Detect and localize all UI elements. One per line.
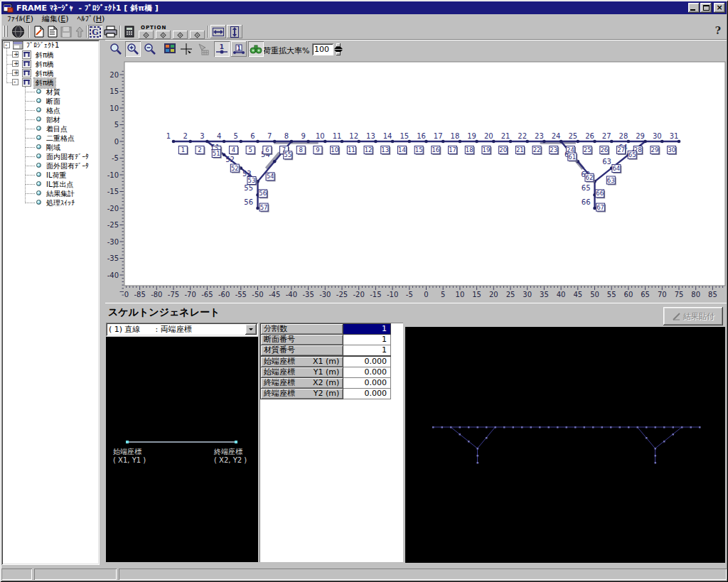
tree-item-label[interactable]: 格点 xyxy=(45,106,62,116)
svg-text:63: 63 xyxy=(607,177,615,184)
svg-text:20: 20 xyxy=(109,71,119,79)
zoom-out-button[interactable] xyxy=(142,41,158,57)
title-bar: FRAME ﾏﾈｰｼﾞｬ - ﾌﾟﾛｼﾞｪｸﾄ1 [ 斜π橋 ] × xyxy=(1,1,727,14)
menu-item-E[interactable]: 編集(E) xyxy=(38,14,73,24)
skeleton-table-panel: 分割数1断面番号1材質番号1始端座標X1 (m)0.000始端座標Y1 (m)0… xyxy=(259,323,403,562)
svg-text:15: 15 xyxy=(472,291,481,298)
option-button-2[interactable] xyxy=(156,31,171,39)
main-toolbar: G OPTION ? xyxy=(1,23,727,40)
help-icon[interactable]: ? xyxy=(715,25,721,36)
zoom-in-button[interactable] xyxy=(125,41,141,57)
option-button-1[interactable] xyxy=(139,31,154,39)
splitter[interactable] xyxy=(100,40,105,566)
tree-item-label[interactable]: 面内固有ﾃﾞｰﾀ xyxy=(45,152,90,162)
print-button[interactable] xyxy=(103,25,117,38)
end-coord-label: 終端座標( X2, Y2 ) xyxy=(214,448,247,465)
load-scale-label: 荷重拡大率% xyxy=(263,45,309,56)
fit-height-button[interactable] xyxy=(227,25,242,38)
world-button[interactable] xyxy=(11,25,25,38)
dropdown-arrow-icon[interactable] xyxy=(245,324,257,335)
root-expander[interactable] xyxy=(4,42,10,48)
option-button-3[interactable] xyxy=(173,31,188,39)
tree-item-label[interactable]: 二重格点 xyxy=(45,134,76,144)
frame-manager-button[interactable]: G xyxy=(88,25,102,38)
search-button[interactable] xyxy=(248,41,264,57)
tree-item-label[interactable]: 結果集計 xyxy=(45,189,76,199)
bridge-expander[interactable] xyxy=(12,79,18,85)
select-point-button[interactable] xyxy=(178,41,194,57)
table-select-button[interactable] xyxy=(195,41,210,57)
tree-item-label[interactable]: IL算出点 xyxy=(45,180,75,190)
svg-text:-40: -40 xyxy=(286,291,297,298)
row-value[interactable]: 1 xyxy=(343,324,391,335)
svg-text:26: 26 xyxy=(585,132,594,140)
paste-results-button[interactable]: 結果貼付 xyxy=(663,307,723,325)
maximize-button[interactable] xyxy=(700,3,712,13)
generate-type-dropdown[interactable]: ( 1) 直線 : 両端座標 xyxy=(106,323,258,336)
tree-root-label[interactable]: ﾌﾟﾛｼﾞｪｸﾄ1 xyxy=(25,41,60,49)
tree-item-icon xyxy=(36,190,41,195)
option-button-4[interactable] xyxy=(190,31,205,39)
svg-text:-45: -45 xyxy=(269,291,280,298)
row-value[interactable]: 0.000 xyxy=(343,367,391,378)
load-scale-input[interactable] xyxy=(312,43,333,55)
tree-item-label[interactable]: 面外固有ﾃﾞｰﾀ xyxy=(45,161,90,171)
tree-item-label[interactable]: 部材 xyxy=(45,115,62,125)
member-number-button[interactable]: 1 xyxy=(231,41,247,57)
right-pane: 荷重拡大率% 11 -90-85-80-75-70-65-60-55-50-45… xyxy=(105,40,727,566)
minimize-button[interactable] xyxy=(688,3,700,13)
separator xyxy=(208,26,209,38)
svg-text:15: 15 xyxy=(415,146,423,153)
tree-item-label[interactable]: 剛域 xyxy=(45,143,62,153)
svg-text:52: 52 xyxy=(225,156,235,163)
svg-text:13: 13 xyxy=(366,132,375,140)
row-value[interactable]: 0.000 xyxy=(343,356,391,367)
svg-text:5: 5 xyxy=(114,121,119,129)
menu-bar: ﾌｧｲﾙ(F)編集(E)ﾍﾙﾌﾟ(H) xyxy=(1,14,727,23)
svg-text:20: 20 xyxy=(489,291,498,298)
svg-text:10: 10 xyxy=(331,146,338,153)
save-button[interactable] xyxy=(59,25,73,38)
tree-bridge-label[interactable]: 斜π橋 xyxy=(34,60,55,70)
open-file-button[interactable] xyxy=(46,25,60,38)
tree-item-label[interactable]: 着目点 xyxy=(45,124,69,134)
bridge-expander[interactable] xyxy=(12,60,18,67)
tree-item-label[interactable]: 断面 xyxy=(45,97,62,107)
svg-text:22: 22 xyxy=(533,146,541,153)
row-value[interactable]: 1 xyxy=(343,345,391,357)
row-value[interactable]: 1 xyxy=(343,335,391,345)
load-scale-spinner[interactable] xyxy=(334,43,343,55)
tree-bridge-label[interactable]: 斜π橋 xyxy=(34,50,55,60)
toolbar-grip[interactable] xyxy=(3,26,5,37)
tree-item-label[interactable]: 処理ｽｲｯﾁ xyxy=(45,198,76,208)
new-file-button[interactable] xyxy=(32,25,46,38)
tree-item-label[interactable]: IL荷重 xyxy=(45,171,68,180)
svg-text:10: 10 xyxy=(316,132,325,140)
view-settings-button[interactable] xyxy=(162,41,178,57)
svg-text:52: 52 xyxy=(231,165,239,172)
tree-bridge-label[interactable]: 斜π橋 xyxy=(34,78,55,88)
close-button[interactable]: × xyxy=(714,3,725,13)
bridge-expander[interactable] xyxy=(12,51,18,58)
menu-item-F[interactable]: ﾌｧｲﾙ(F) xyxy=(3,14,38,23)
svg-text:G: G xyxy=(92,28,98,37)
node-number-button[interactable]: 1 xyxy=(214,41,230,57)
svg-text:65: 65 xyxy=(641,291,650,298)
menu-item-H[interactable]: ﾍﾙﾌﾟ(H) xyxy=(73,14,109,23)
zoom-button[interactable] xyxy=(108,41,124,57)
row-value[interactable]: 0.000 xyxy=(343,389,391,399)
tree-item-label[interactable]: 材質 xyxy=(45,87,62,97)
tree-item-icon xyxy=(36,107,41,112)
fit-width-button[interactable] xyxy=(210,25,226,38)
toolbar-grip[interactable] xyxy=(6,26,8,37)
calculator-button[interactable] xyxy=(122,25,136,38)
import-button[interactable] xyxy=(73,25,87,38)
svg-text:-35: -35 xyxy=(107,254,119,262)
tree-bridge-label[interactable]: 斜π橋 xyxy=(34,69,55,79)
preview-structure xyxy=(433,427,700,463)
row-value[interactable]: 0.000 xyxy=(343,378,391,389)
svg-text:14: 14 xyxy=(398,146,406,153)
bridge-expander[interactable] xyxy=(12,70,18,76)
svg-text:5: 5 xyxy=(234,132,238,140)
svg-text:56: 56 xyxy=(244,198,253,206)
